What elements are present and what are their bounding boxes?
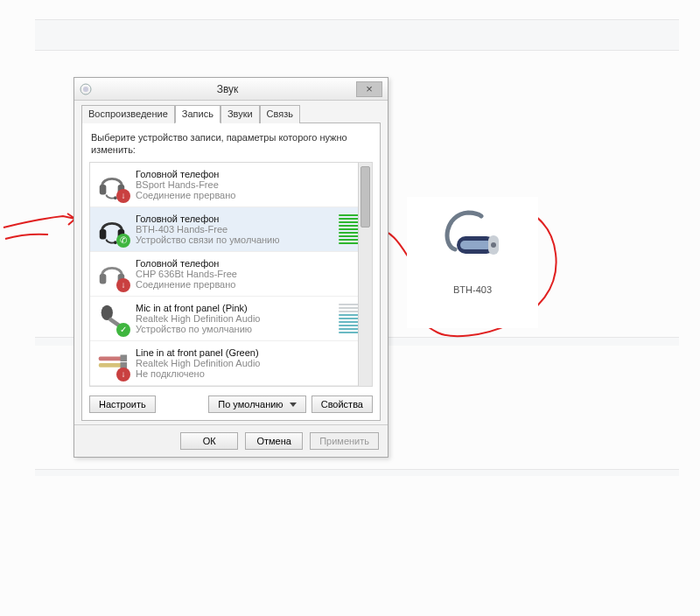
linein-icon: ↓ (95, 346, 129, 380)
close-button[interactable]: × (356, 81, 382, 97)
set-default-button[interactable]: По умолчанию (208, 396, 305, 413)
svg-rect-3 (100, 185, 107, 194)
configure-button[interactable]: Настроить (89, 396, 156, 413)
tab-sounds[interactable]: Звуки (220, 105, 260, 123)
device-row[interactable]: ✓ Mic in at front panel (Pink) Realtek H… (90, 297, 372, 341)
headset-icon: ✆ (95, 213, 129, 246)
tab-recording[interactable]: Запись (175, 105, 220, 123)
device-title: Mic in at front panel (Pink) (136, 303, 332, 313)
speaker-icon (80, 83, 92, 95)
properties-button[interactable]: Свойства (312, 396, 373, 413)
sound-dialog: Звук × Воспроизведение Запись Звуки Связ… (74, 77, 388, 458)
arrow-down-icon: ↓ (116, 368, 130, 382)
microphone-icon: ✓ (95, 302, 129, 335)
cancel-button[interactable]: Отмена (245, 432, 303, 450)
svg-rect-9 (100, 274, 107, 284)
svg-rect-13 (99, 363, 124, 368)
device-status: Устройство связи по умолчанию (136, 234, 332, 245)
device-status: Соединение прервано (136, 279, 367, 290)
bluetooth-headset-icon (429, 197, 516, 276)
dialog-footer: ОК Отмена Применить (74, 424, 388, 457)
device-list: ↓ Головной телефон BSport Hands-Free Сое… (89, 162, 373, 387)
tab-playback[interactable]: Воспроизведение (81, 105, 175, 123)
chevron-down-icon (290, 402, 297, 407)
set-default-label: По умолчанию (218, 399, 283, 410)
svg-point-20 (491, 242, 496, 248)
device-status: Не подключено (136, 368, 367, 379)
svg-rect-6 (100, 229, 107, 239)
svg-point-2 (83, 87, 88, 92)
headset-icon: ↓ (95, 257, 129, 290)
arrow-down-icon: ↓ (116, 278, 130, 292)
device-subtitle: BSport Hands-Free (136, 179, 367, 190)
dialog-title: Звук (99, 83, 356, 95)
svg-rect-18 (460, 241, 492, 249)
device-status: Соединение прервано (136, 190, 367, 200)
device-row[interactable]: ↓ Головной телефон CHP 636Bt Hands-Free … (90, 252, 372, 297)
device-status: Устройство по умолчанию (136, 324, 332, 334)
device-row[interactable]: ↓ Line in at front panel (Green) Realtek… (90, 341, 372, 386)
tabbar: Воспроизведение Запись Звуки Связь (81, 105, 381, 123)
device-subtitle: Realtek High Definition Audio (136, 358, 367, 368)
device-row[interactable]: ✆ Головной телефон BTH-403 Hands-Free Ус… (90, 207, 372, 252)
page-band-1 (35, 19, 679, 51)
device-subtitle: Realtek High Definition Audio (136, 313, 332, 324)
bluetooth-device-card[interactable]: BTH-403 (407, 197, 538, 328)
phone-icon: ✆ (116, 234, 130, 248)
tab-communications[interactable]: Связь (260, 105, 300, 123)
apply-button[interactable]: Применить (310, 432, 379, 450)
device-row[interactable]: ↓ Головной телефон BSport Hands-Free Сое… (90, 163, 372, 207)
ok-button[interactable]: ОК (180, 432, 238, 450)
close-icon: × (366, 82, 373, 95)
headset-icon: ↓ (95, 168, 129, 201)
titlebar[interactable]: Звук × (74, 78, 388, 101)
page-band-3 (35, 469, 679, 476)
device-list-scrollbar[interactable] (358, 163, 372, 386)
svg-rect-15 (121, 354, 128, 361)
check-icon: ✓ (116, 323, 130, 337)
device-title: Line in at front panel (Green) (136, 347, 367, 358)
device-title: Головной телефон (136, 169, 367, 179)
tab-panel-recording: Выберите устройство записи, параметры ко… (81, 122, 381, 421)
device-title: Головной телефон (136, 258, 367, 269)
bluetooth-device-label: BTH-403 (407, 284, 538, 295)
arrow-down-icon: ↓ (116, 189, 130, 203)
device-subtitle: CHP 636Bt Hands-Free (136, 269, 367, 279)
instruction-text: Выберите устройство записи, параметры ко… (91, 132, 371, 157)
svg-rect-14 (99, 356, 124, 360)
device-title: Головной телефон (136, 214, 332, 224)
device-subtitle: BTH-403 Hands-Free (136, 224, 332, 234)
scrollbar-thumb[interactable] (360, 166, 370, 228)
